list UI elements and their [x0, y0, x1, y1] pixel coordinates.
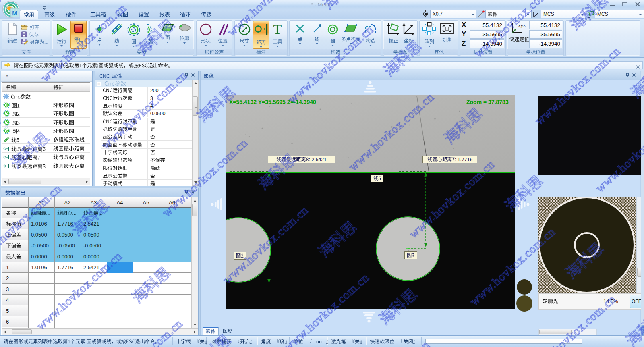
svg-text:X=55.4132 Y=35.5695 Z=-14.39: X=55.4132 Y=35.5695 Z=-14.3940 [229, 99, 316, 105]
svg-text:Zoom = 37.8783: Zoom = 37.8783 [466, 99, 509, 105]
svg-text:T: T [273, 23, 282, 36]
svg-text:xyz: xyz [518, 22, 526, 28]
svg-text:M: M [12, 10, 17, 17]
